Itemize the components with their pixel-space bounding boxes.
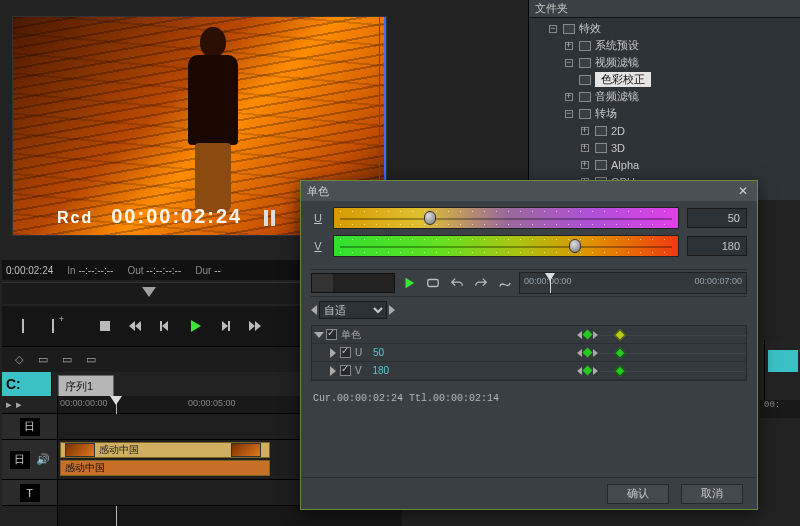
tree-transitions[interactable]: 转场 <box>535 105 800 122</box>
ok-button[interactable]: 确认 <box>607 484 669 504</box>
kf-add-icon[interactable] <box>583 348 593 358</box>
keyframe-marker[interactable] <box>614 347 625 358</box>
sequence-source-label: C: <box>2 372 52 396</box>
kf-ruler[interactable]: 00:00:00:00 00:00:07:00 <box>519 272 747 294</box>
kf-playhead[interactable] <box>550 273 551 293</box>
param-v-value[interactable]: 180 <box>372 365 400 376</box>
tool-ico-4[interactable]: ▭ <box>84 353 98 367</box>
track-header-t[interactable]: T <box>2 480 57 506</box>
rcd-label: Rcd <box>57 209 93 226</box>
dialog-titlebar[interactable]: 单色 ✕ <box>301 181 757 201</box>
disclosure-icon[interactable] <box>314 332 324 338</box>
keyframe-marker[interactable] <box>614 329 625 340</box>
kf-loop-button[interactable] <box>423 273 443 293</box>
kf-next-icon[interactable] <box>593 349 598 357</box>
disclosure-icon[interactable] <box>330 348 336 358</box>
v-label: V <box>311 240 325 252</box>
scrub-pointer[interactable] <box>142 287 156 297</box>
u-value-input[interactable] <box>687 208 747 228</box>
param-v-check[interactable] <box>340 365 351 376</box>
track-v2-label: 日 <box>20 418 40 436</box>
kf-thumbnail <box>311 273 395 293</box>
tree-3d-label: 3D <box>611 142 625 154</box>
clip-audio-1[interactable]: 感动中国 <box>60 460 270 476</box>
kf-play-button[interactable] <box>399 273 419 293</box>
disclosure-icon[interactable] <box>330 366 336 376</box>
tool-ico-1[interactable]: ◇ <box>12 353 26 367</box>
param-v[interactable]: V 180 <box>312 362 746 380</box>
kf-curve-button[interactable] <box>495 273 515 293</box>
tree-audio-filter-label: 音频滤镜 <box>595 89 639 104</box>
param-root-check[interactable] <box>326 329 337 340</box>
tree-video-filter[interactable]: 视频滤镜 <box>535 54 800 71</box>
mark-in-plus-button[interactable] <box>42 315 64 337</box>
mark-in-button[interactable] <box>12 315 34 337</box>
kf-prev-icon[interactable] <box>577 367 582 375</box>
tree-sys-preset-label: 系统预设 <box>595 38 639 53</box>
param-u-value[interactable]: 50 <box>373 347 401 358</box>
kf-add-icon[interactable] <box>583 330 593 340</box>
monochrome-dialog: 单色 ✕ U V 00:00:00:00 00:00:07:00 <box>300 180 758 510</box>
play-button[interactable] <box>184 315 206 337</box>
folder-icon <box>595 160 607 170</box>
keyframe-marker[interactable] <box>614 365 625 376</box>
param-u-check[interactable] <box>340 347 351 358</box>
kf-prev-icon[interactable] <box>577 331 582 339</box>
param-root[interactable]: 单色 <box>312 326 746 344</box>
clip-video-1[interactable]: 感动中国 <box>60 442 270 458</box>
rewind-button[interactable] <box>124 315 146 337</box>
close-icon[interactable]: ✕ <box>735 184 751 198</box>
tree-audio-filter[interactable]: 音频滤镜 <box>535 88 800 105</box>
svg-rect-1 <box>160 321 162 331</box>
kf-redo-button[interactable] <box>471 273 491 293</box>
v-slider[interactable] <box>333 235 679 257</box>
u-slider[interactable] <box>333 207 679 229</box>
svg-rect-2 <box>228 321 230 331</box>
dialog-title: 单色 <box>307 184 329 199</box>
tree-color-correct[interactable]: 色彩校正 <box>535 71 800 88</box>
track-header-v1[interactable]: 日🔊 <box>2 440 57 480</box>
tool-ico-3[interactable]: ▭ <box>60 353 74 367</box>
keyframe-transport: 00:00:00:00 00:00:07:00 <box>311 269 747 297</box>
cancel-button[interactable]: 取消 <box>681 484 743 504</box>
svg-rect-3 <box>428 280 439 287</box>
kf-add-icon[interactable] <box>583 366 593 376</box>
tree-3d[interactable]: 3D <box>535 139 800 156</box>
in-label: In <box>67 265 75 276</box>
clip-video-1-label: 感动中国 <box>99 443 139 457</box>
fast-fwd-button[interactable] <box>244 315 266 337</box>
tl-header-tools[interactable]: ▸▸ <box>2 396 57 414</box>
stop-button[interactable] <box>94 315 116 337</box>
track-header-v2[interactable]: 日 <box>2 414 57 440</box>
v-value-input[interactable] <box>687 236 747 256</box>
sequence-tab[interactable]: 序列1 <box>58 375 114 396</box>
fit-prev-button[interactable] <box>311 305 317 315</box>
fit-select[interactable]: 自适 <box>319 301 387 319</box>
tool-ico-2[interactable]: ▭ <box>36 353 50 367</box>
folder-icon <box>579 58 591 68</box>
right-cyan-box[interactable] <box>768 350 798 372</box>
tree-alpha[interactable]: Alpha <box>535 156 800 173</box>
kf-undo-button[interactable] <box>447 273 467 293</box>
effect-icon <box>579 75 591 85</box>
pause-icon <box>256 205 268 227</box>
fit-next-button[interactable] <box>389 305 395 315</box>
kf-fit-row: 自适 <box>311 301 747 319</box>
param-tree: 单色 U 50 V 180 <box>311 325 747 381</box>
tree-sys-preset[interactable]: 系统预设 <box>535 37 800 54</box>
rcd-timecode: 00:00:02:24 <box>111 205 242 227</box>
kf-next-icon[interactable] <box>593 331 598 339</box>
param-u[interactable]: U 50 <box>312 344 746 362</box>
tree-root[interactable]: 特效 <box>535 20 800 37</box>
step-fwd-button[interactable] <box>214 315 236 337</box>
kf-next-icon[interactable] <box>593 367 598 375</box>
preview-figure <box>173 27 253 217</box>
out-label: Out <box>127 265 143 276</box>
step-back-button[interactable] <box>154 315 176 337</box>
kf-prev-icon[interactable] <box>577 349 582 357</box>
track-t-label: T <box>20 484 40 502</box>
tree-2d[interactable]: 2D <box>535 122 800 139</box>
u-slider-knob[interactable] <box>424 211 436 225</box>
v-slider-knob[interactable] <box>569 239 581 253</box>
speaker-icon[interactable]: 🔊 <box>36 453 50 466</box>
